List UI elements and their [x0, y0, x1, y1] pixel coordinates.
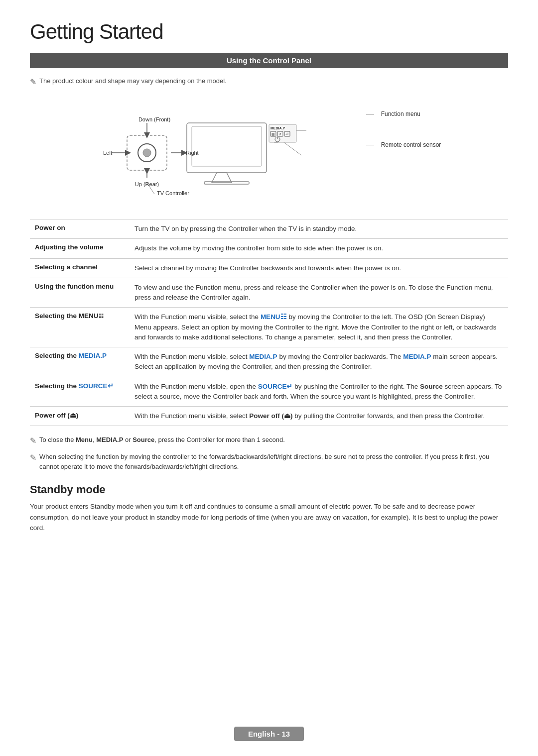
- diagram-area: Down (Front) Left Right Up (Rear) TV Con…: [30, 96, 508, 205]
- row-label: Selecting the MENU☷: [30, 308, 130, 347]
- function-menu-label: Function menu: [381, 110, 420, 117]
- svg-text:↺: ↺: [278, 132, 281, 136]
- diagram-labels: Function menu Remote control sensor: [366, 96, 441, 148]
- svg-rect-1: [192, 126, 262, 166]
- page-number: English - 13: [234, 727, 304, 741]
- svg-text:Up (Rear): Up (Rear): [134, 181, 158, 187]
- table-row: Using the function menu To view and use …: [30, 278, 508, 308]
- row-label: Adjusting the volume: [30, 239, 130, 258]
- note-icon: ✎: [30, 77, 36, 87]
- standby-heading: Standby mode: [30, 483, 508, 496]
- page-footer: English - 13: [0, 727, 538, 741]
- row-label: Selecting a channel: [30, 258, 130, 278]
- svg-text:Right: Right: [186, 150, 199, 156]
- row-label: Power off (⏏): [30, 407, 130, 426]
- note-icon-1: ✎: [30, 435, 36, 447]
- table-row: Selecting the SOURCE↵ With the Function …: [30, 377, 508, 407]
- row-description: Select a channel by moving the Controlle…: [130, 258, 508, 278]
- note-directions: ✎ When selecting the function by moving …: [30, 452, 508, 471]
- controller-diagram: Down (Front) Left Right Up (Rear) TV Con…: [97, 96, 346, 200]
- function-menu-label-line: Function menu: [366, 110, 420, 117]
- row-description: Adjusts the volume by moving the control…: [130, 239, 508, 258]
- table-row: Power off (⏏) With the Function menu vis…: [30, 407, 508, 426]
- table-row: Selecting the MENU☷ With the Function me…: [30, 308, 508, 347]
- svg-text:⏎: ⏎: [285, 132, 288, 136]
- svg-text:MEDIA.P: MEDIA.P: [270, 126, 285, 130]
- row-description: With the Function menu visible, select t…: [130, 308, 508, 347]
- svg-text:Left: Left: [103, 150, 112, 156]
- row-description: Turn the TV on by pressing the Controlle…: [130, 219, 508, 239]
- row-label: Power on: [30, 219, 130, 239]
- svg-text:Down (Front): Down (Front): [138, 116, 170, 122]
- svg-point-6: [143, 149, 151, 157]
- standby-body: Your product enters Standby mode when yo…: [30, 501, 508, 534]
- svg-marker-2: [212, 173, 232, 183]
- row-label: Selecting the MEDIA.P: [30, 347, 130, 377]
- row-description: With the Function menu visible, select M…: [130, 347, 508, 377]
- remote-sensor-label: Remote control sensor: [381, 141, 441, 148]
- row-description: To view and use the Function menu, press…: [130, 278, 508, 308]
- note-close-menu: ✎ To close the Menu, MEDIA.P or Source, …: [30, 435, 508, 447]
- svg-text:TV Controller: TV Controller: [157, 190, 189, 196]
- page-title: Getting Started: [30, 20, 508, 44]
- control-table: Power on Turn the TV on by pressing the …: [30, 219, 508, 426]
- table-row: Power on Turn the TV on by pressing the …: [30, 219, 508, 239]
- table-row: Selecting a channel Select a channel by …: [30, 258, 508, 278]
- row-description: With the Function menu visible, open the…: [130, 377, 508, 407]
- row-description: With the Function menu visible, select P…: [130, 407, 508, 426]
- remote-sensor-label-line: Remote control sensor: [366, 141, 441, 148]
- model-note: ✎ The product colour and shape may vary …: [30, 77, 508, 87]
- svg-text:▦: ▦: [271, 132, 274, 136]
- table-row: Selecting the MEDIA.P With the Function …: [30, 347, 508, 377]
- row-label: Selecting the SOURCE↵: [30, 377, 130, 407]
- table-row: Adjusting the volume Adjusts the volume …: [30, 239, 508, 258]
- svg-rect-0: [187, 123, 267, 173]
- row-label: Using the function menu: [30, 278, 130, 308]
- section-header: Using the Control Panel: [30, 53, 508, 68]
- note-icon-2: ✎: [30, 452, 36, 464]
